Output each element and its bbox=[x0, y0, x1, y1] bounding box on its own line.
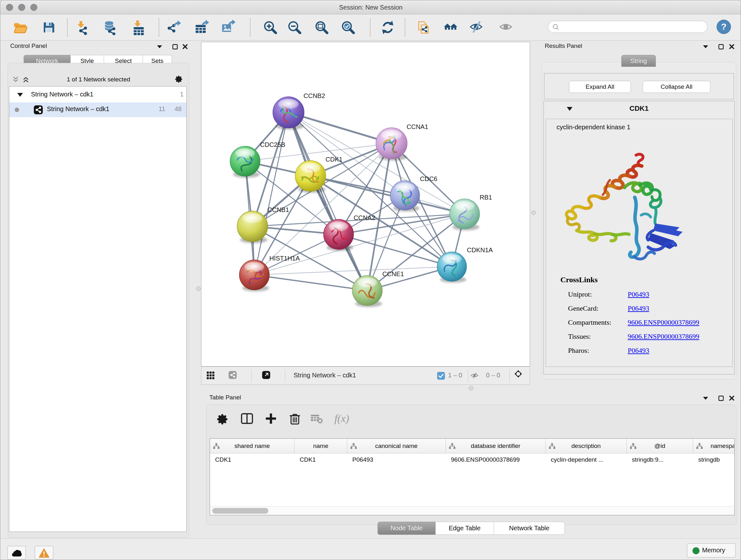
column-header-canonical-name[interactable]: canonical name bbox=[347, 439, 446, 453]
toolbar-separator bbox=[370, 18, 370, 37]
open-in-new-window-icon[interactable] bbox=[262, 371, 270, 379]
network-row-label: String Network – cdk1 bbox=[47, 105, 110, 113]
network-view-toolbar: String Network – cdk1 1 – 0 0 – 0 bbox=[201, 367, 530, 385]
control-panel-close-icon[interactable] bbox=[181, 43, 189, 51]
column-header-label: name bbox=[294, 439, 347, 453]
first-neighbors-icon[interactable] bbox=[442, 18, 460, 37]
table-panel-float-icon[interactable] bbox=[717, 394, 725, 402]
svg-text:CCNB2: CCNB2 bbox=[304, 92, 325, 99]
table-cell-namespace[interactable]: stringdb bbox=[693, 453, 735, 466]
column-header-name[interactable]: name bbox=[294, 439, 347, 453]
selected-count: 1 – 0 bbox=[448, 372, 462, 379]
table-cell-description[interactable]: cyclin-dependent ... bbox=[546, 453, 627, 466]
expand-all-button[interactable]: Expand All bbox=[569, 81, 631, 93]
results-panel-close-icon[interactable] bbox=[728, 43, 736, 51]
memory-button[interactable]: Memory bbox=[687, 543, 736, 557]
selected-checkbox-icon[interactable] bbox=[437, 372, 445, 380]
crosslinks-heading: CrossLinks bbox=[560, 275, 598, 284]
zoom-out-icon[interactable] bbox=[286, 18, 304, 37]
table-cell-canonical-name[interactable]: P06493 bbox=[347, 453, 446, 466]
search-input[interactable] bbox=[562, 22, 702, 32]
string-results-container: Expand All Collapse All CDK1 cyclin-depe… bbox=[542, 62, 736, 380]
crosslink-link[interactable]: P06493 bbox=[628, 347, 649, 355]
zoom-selected-icon[interactable] bbox=[339, 18, 357, 37]
control-panel-float-icon[interactable] bbox=[171, 43, 179, 51]
tab-edge-table[interactable]: Edge Table bbox=[435, 522, 494, 535]
tab-network-table[interactable]: Network Table bbox=[494, 522, 565, 535]
delete-table-icon[interactable] bbox=[308, 410, 325, 427]
crosslink-label: Tissues: bbox=[568, 332, 591, 340]
show-all-icon[interactable] bbox=[497, 18, 515, 37]
import-table-icon[interactable] bbox=[130, 18, 147, 37]
network-options-gear-icon[interactable] bbox=[175, 75, 183, 83]
hide-selected-icon[interactable] bbox=[468, 18, 486, 37]
results-panel-menu-icon[interactable] bbox=[701, 43, 710, 51]
column-header-database-identifier[interactable]: database identifier bbox=[446, 439, 546, 453]
svg-text:HIST1H1A: HIST1H1A bbox=[269, 255, 300, 262]
column-header-namespace[interactable]: namespace bbox=[693, 439, 735, 453]
crosslink-link[interactable]: 9606.ENSP00000378699 bbox=[628, 332, 699, 341]
export-image-icon[interactable] bbox=[219, 18, 238, 37]
collapse-protein-icon[interactable] bbox=[566, 106, 573, 111]
table-cell-shared-name[interactable]: CDK1 bbox=[210, 453, 294, 466]
cytoscape-window: Session: New Session ? bbox=[0, 0, 741, 560]
crosslink-label: Compartments: bbox=[568, 318, 611, 326]
save-session-icon[interactable] bbox=[40, 18, 58, 37]
tab-string[interactable]: String bbox=[621, 55, 656, 67]
crosslink-link[interactable]: P06493 bbox=[628, 290, 649, 299]
split-columns-icon[interactable] bbox=[239, 410, 255, 427]
column-header-description[interactable]: description bbox=[546, 439, 627, 453]
crosslink-link[interactable]: P06493 bbox=[628, 304, 649, 313]
network-row-selected[interactable]: String Network – cdk1 11 48 bbox=[9, 103, 186, 117]
hidden-eye-icon[interactable] bbox=[470, 371, 479, 380]
collapse-all-networks-icon[interactable] bbox=[11, 75, 20, 84]
table-cell-name[interactable]: CDK1 bbox=[294, 453, 347, 466]
import-network-icon[interactable] bbox=[74, 18, 91, 37]
warning-button[interactable] bbox=[35, 546, 53, 559]
network-collection-row[interactable]: String Network – cdk1 1 bbox=[9, 88, 186, 103]
zoom-in-icon[interactable] bbox=[261, 18, 279, 37]
import-database-icon[interactable] bbox=[102, 18, 120, 37]
column-header-shared-name[interactable]: shared name bbox=[210, 439, 294, 453]
copy-network-icon[interactable] bbox=[415, 18, 433, 37]
status-bar: Memory bbox=[0, 538, 741, 560]
delete-icon[interactable] bbox=[286, 410, 303, 427]
gear-icon[interactable] bbox=[214, 410, 230, 427]
protein-detail-box: cyclin-dependent kinase 1 CrossLinks Uni… bbox=[546, 119, 733, 367]
right-splitter-handle[interactable] bbox=[531, 210, 536, 215]
protein-section: CDK1 cyclin-dependent kinase 1 CrossLink… bbox=[543, 101, 735, 374]
cloud-button[interactable] bbox=[7, 546, 26, 559]
network-birdseye-share-icon[interactable] bbox=[228, 371, 237, 379]
table-hscrollbar-thumb[interactable] bbox=[212, 508, 268, 514]
refresh-icon[interactable] bbox=[379, 18, 397, 37]
help-icon[interactable]: ? bbox=[717, 19, 731, 34]
crosslink-row: Tissues:9606.ENSP00000378699 bbox=[568, 332, 591, 341]
table-cell-database-identifier[interactable]: 9606.ENSP00000378699 bbox=[446, 453, 546, 466]
network-collection-count: 1 bbox=[180, 91, 184, 98]
svg-text:RB1: RB1 bbox=[480, 194, 492, 201]
protein-structure-image bbox=[562, 149, 690, 272]
left-splitter-handle[interactable] bbox=[196, 287, 201, 291]
crosshair-icon[interactable] bbox=[514, 370, 522, 378]
crosslink-label: GeneCard: bbox=[568, 304, 598, 312]
control-panel-menu-icon[interactable] bbox=[155, 43, 164, 51]
export-table-icon[interactable] bbox=[193, 18, 211, 37]
crosslink-link[interactable]: 9606.ENSP00000378699 bbox=[628, 318, 699, 327]
network-canvas[interactable]: CCNB2CCNA1CDC25BCDK1CDC6RB1CCNB1CCNA2CDK… bbox=[201, 42, 530, 367]
zoom-fit-icon[interactable] bbox=[313, 18, 331, 37]
function-icon[interactable]: f(x) bbox=[329, 410, 354, 427]
table-cell--id[interactable]: stringdb:9... bbox=[627, 453, 693, 466]
table-panel-close-icon[interactable] bbox=[728, 394, 736, 402]
table-hscrollbar[interactable] bbox=[210, 506, 734, 515]
column-header--id[interactable]: @id bbox=[627, 439, 693, 453]
table-panel-menu-icon[interactable] bbox=[701, 394, 710, 402]
tab-node-table[interactable]: Node Table bbox=[378, 522, 435, 535]
export-network-icon[interactable] bbox=[165, 18, 184, 37]
results-panel-float-icon[interactable] bbox=[717, 43, 725, 51]
add-column-icon[interactable] bbox=[263, 410, 279, 427]
expand-all-networks-icon[interactable] bbox=[22, 75, 30, 84]
horizontal-splitter-handle[interactable] bbox=[469, 386, 473, 390]
open-file-icon[interactable] bbox=[11, 18, 29, 37]
collapse-all-button[interactable]: Collapse All bbox=[643, 81, 711, 93]
grid-view-icon[interactable] bbox=[206, 371, 215, 380]
